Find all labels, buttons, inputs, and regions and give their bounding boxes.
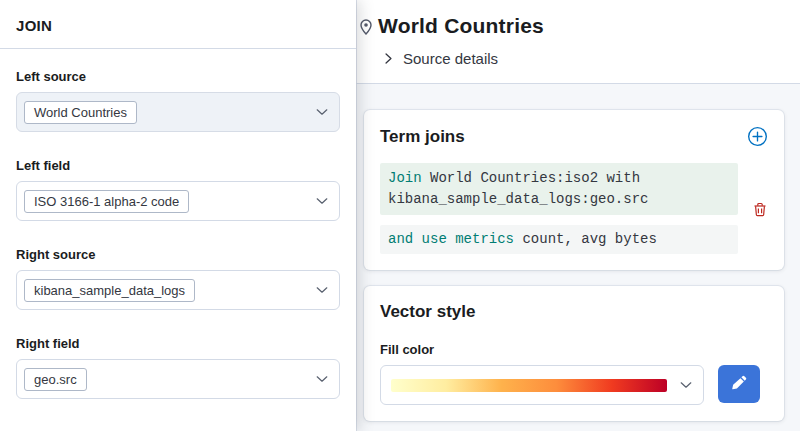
vector-style-card: Vector style Fill color [364,286,784,421]
source-details-label: Source details [403,50,498,67]
metrics-keyword: and use metrics [388,231,514,247]
join-flyout: JOIN Left source World Countries Left fi… [0,0,356,431]
left-source-label: Left source [16,69,340,84]
metrics-text: count, avg bytes [514,231,657,247]
vector-style-title: Vector style [380,302,768,322]
fill-color-row [380,365,768,405]
right-field-select[interactable]: geo.src [16,359,340,399]
left-source-row: Left source World Countries [16,69,340,132]
join-text: World Countries:iso2 with kibana_sample_… [388,170,648,207]
join-expression: Join World Countries:iso2 with kibana_sa… [380,163,768,254]
map-pin-icon [358,18,374,40]
join-expression-metrics[interactable]: and use metrics count, avg bytes [380,225,738,254]
right-source-value: kibana_sample_data_logs [24,279,195,302]
join-keyword: Join [388,170,422,186]
color-ramp-swatch [391,379,667,392]
delete-join-button[interactable] [752,201,768,218]
right-field-row: Right field geo.src [16,336,340,399]
source-details-toggle[interactable]: Source details [382,50,498,67]
term-joins-header: Term joins [380,126,768,147]
add-join-button[interactable] [747,126,768,147]
layer-header: World Countries Source details [356,0,800,84]
term-joins-card: Term joins Join World Countries:iso2 wit… [364,110,784,270]
left-field-row: Left field ISO 3166-1 alpha-2 code [16,158,340,221]
trash-icon [752,206,768,221]
right-field-label: Right field [16,336,340,351]
fill-color-select[interactable] [380,365,704,405]
edit-fill-color-button[interactable] [718,365,760,403]
join-flyout-title: JOIN [16,17,340,34]
join-flyout-body: Left source World Countries Left field I… [0,49,356,419]
chevron-right-icon [382,52,395,65]
right-field-value: geo.src [24,368,87,391]
chevron-down-icon [315,283,329,297]
right-source-row: Right source kibana_sample_data_logs [16,247,340,310]
fill-color-label: Fill color [380,342,768,357]
join-expression-source[interactable]: Join World Countries:iso2 with kibana_sa… [380,163,738,215]
left-field-select[interactable]: ISO 3166-1 alpha-2 code [16,181,340,221]
left-field-label: Left field [16,158,340,173]
term-joins-title: Term joins [380,127,465,147]
layer-title: World Countries [378,14,784,38]
chevron-down-icon [315,194,329,208]
chevron-down-icon [315,105,329,119]
chevron-down-icon [679,378,693,392]
left-source-value: World Countries [24,101,137,124]
layer-settings-panel: World Countries Source details Term join… [356,0,800,431]
left-source-select[interactable]: World Countries [16,92,340,132]
right-source-label: Right source [16,247,340,262]
join-flyout-header: JOIN [0,0,356,49]
left-field-value: ISO 3166-1 alpha-2 code [24,190,189,213]
plus-in-circle-icon [747,135,768,150]
right-source-select[interactable]: kibana_sample_data_logs [16,270,340,310]
chevron-down-icon [315,372,329,386]
pencil-icon [732,375,747,393]
page: World Countries Source details Term join… [0,0,800,431]
